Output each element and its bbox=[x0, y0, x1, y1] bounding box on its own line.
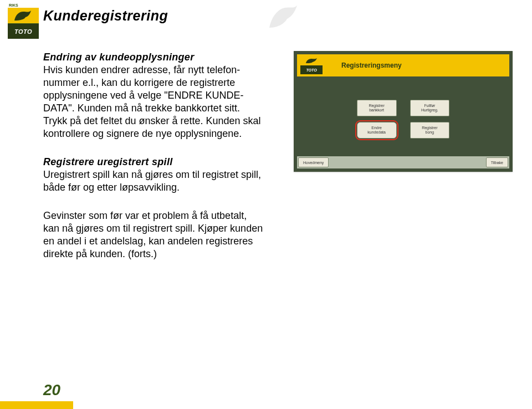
screenshot-menu-grid: Registrerbankkort FullførHurtigreg. Endr… bbox=[304, 100, 503, 139]
section-2-continued: Gevinster som før var et problem å få ut… bbox=[43, 209, 265, 260]
logo-text: TOTO bbox=[8, 24, 39, 39]
watermark-horse-icon bbox=[266, 3, 299, 31]
screenshot-bottom-bar: Hovedmeny Tilbake bbox=[297, 156, 509, 168]
endre-kundedata-button[interactable]: Endrekundedata bbox=[357, 122, 397, 139]
section-1-body: Hvis kunden endrer adresse, får nytt tel… bbox=[43, 64, 261, 139]
footer-tab bbox=[0, 401, 73, 409]
registrer-bong-button[interactable]: Registrerbong bbox=[410, 122, 450, 139]
page-title: Kunderegistrering bbox=[43, 8, 168, 24]
mini-logo: TOTO bbox=[300, 57, 323, 74]
logo-horse-icon: RIKS bbox=[8, 8, 39, 24]
section-1: Endring av kundeopplysninger Hvis kunden… bbox=[43, 51, 265, 140]
section-2-body-2: Gevinster som før var et problem å få ut… bbox=[43, 210, 263, 259]
section-2-body-1: Uregistrert spill kan nå gjøres om til r… bbox=[43, 169, 261, 193]
mini-horse-icon bbox=[305, 58, 318, 64]
horse-silhouette-icon bbox=[13, 9, 33, 22]
main-content: Endring av kundeopplysninger Hvis kunden… bbox=[43, 51, 265, 276]
section-2-heading: Registrere uregistrert spill bbox=[43, 156, 172, 167]
screenshot-topbar: TOTO Registreringsmeny bbox=[297, 54, 509, 76]
section-2: Registrere uregistrert spill Uregistrert… bbox=[43, 156, 265, 194]
screenshot-panel: TOTO Registreringsmeny Registrerbankkort… bbox=[294, 51, 513, 172]
tilbake-button[interactable]: Tilbake bbox=[486, 157, 508, 167]
hovedmeny-button[interactable]: Hovedmeny bbox=[298, 157, 329, 167]
section-1-heading: Endring av kundeopplysninger bbox=[43, 52, 194, 63]
fullfor-hurtigreg-button[interactable]: FullførHurtigreg. bbox=[410, 100, 450, 116]
screenshot-title: Registreringsmeny bbox=[341, 62, 402, 69]
registrer-bankkort-button[interactable]: Registrerbankkort bbox=[357, 100, 397, 116]
page-number: 20 bbox=[43, 381, 60, 399]
rikstoto-logo: RIKS TOTO bbox=[8, 8, 39, 39]
